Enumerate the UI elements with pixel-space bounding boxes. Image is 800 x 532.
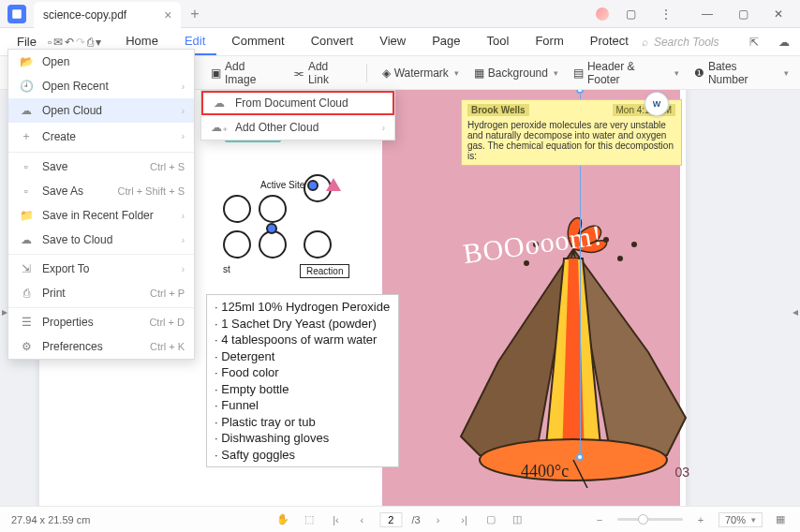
list-item: 4 tablespoons of warm water	[215, 332, 391, 348]
list-item: 1 Sachet Dry Yeast (powder)	[215, 316, 391, 332]
fit-width-icon[interactable]: ◫	[509, 511, 526, 528]
search-tools-input[interactable]: ⌕ Search Tools	[642, 36, 735, 49]
page-number-label: 03	[674, 465, 689, 480]
chevron-down-icon: ▾	[554, 68, 558, 78]
export-icon: ⇲	[18, 262, 35, 275]
reaction-label: Reaction	[300, 264, 349, 278]
selection-handle-bottom[interactable]	[576, 453, 584, 461]
account-avatar-icon[interactable]	[596, 7, 609, 21]
hand-tool-icon[interactable]: ✋	[274, 511, 291, 528]
menu-save-as[interactable]: ▫Save AsCtrl + Shift + S	[8, 179, 194, 203]
comment-author: Brook Wells	[467, 104, 529, 116]
zoom-value-dropdown[interactable]: 70%▾	[719, 512, 763, 527]
gear-icon: ⚙	[18, 340, 35, 353]
tab-protect[interactable]: Protect	[579, 28, 640, 55]
tab-title: science-copy.pdf	[43, 8, 126, 22]
image-icon: ▣	[211, 66, 221, 80]
folder-icon: 📁	[18, 209, 35, 222]
close-tab-icon[interactable]: ×	[164, 7, 171, 22]
menu-save-recent-folder[interactable]: 📁Save in Recent Folder›	[8, 203, 194, 228]
share-icon[interactable]: ⇱	[743, 31, 765, 53]
zoom-slider-thumb[interactable]	[638, 514, 648, 525]
last-page-button[interactable]: ›|	[456, 511, 473, 528]
header-footer-icon: ▤	[573, 66, 584, 80]
tab-convert[interactable]: Convert	[300, 28, 365, 55]
tab-form[interactable]: Form	[524, 28, 574, 55]
list-item: Empty bottle	[215, 381, 391, 398]
page-number-input[interactable]	[379, 512, 402, 527]
file-menu-dropdown: 📂Open 🕘Open Recent› ☁Open Cloud› ＋Create…	[7, 49, 195, 360]
chevron-right-icon: ›	[182, 264, 185, 274]
temperature-label: 4400°c	[521, 462, 569, 481]
menu-preferences[interactable]: ⚙PreferencesCtrl + K	[8, 334, 194, 359]
bates-icon: ❶	[694, 66, 704, 80]
tab-page[interactable]: Page	[421, 28, 471, 55]
properties-icon: ☰	[18, 316, 35, 329]
submenu-from-document-cloud[interactable]: ☁From Document Cloud	[201, 91, 394, 115]
menu-print[interactable]: ⎙PrintCtrl + P	[8, 281, 194, 305]
document-tab[interactable]: science-copy.pdf ×	[34, 2, 181, 28]
menu-properties[interactable]: ☰PropertiesCtrl + D	[8, 310, 194, 334]
list-item: Funnel	[215, 397, 391, 414]
add-image-button[interactable]: ▣Add Image	[211, 60, 278, 86]
tab-comment[interactable]: Comment	[220, 28, 295, 55]
maximize-button[interactable]: ▢	[729, 0, 757, 28]
menu-open[interactable]: 📂Open	[8, 50, 194, 74]
tab-view[interactable]: View	[368, 28, 417, 55]
page-dimensions-label: 27.94 x 21.59 cm	[11, 514, 90, 525]
menu-save-to-cloud[interactable]: ☁Save to Cloud›	[8, 228, 194, 252]
volcano-illustration: BOOooom! 4400°c 03	[442, 193, 704, 493]
chevron-right-icon: ›	[182, 81, 185, 92]
plus-icon: ＋	[18, 128, 35, 144]
header-footer-button[interactable]: ▤Header & Footer▾	[573, 60, 679, 86]
list-item: Dishwashing gloves	[215, 430, 391, 447]
new-tab-button[interactable]: +	[190, 6, 199, 22]
chevron-right-icon: ›	[382, 123, 385, 133]
search-placeholder: Search Tools	[654, 36, 719, 49]
next-page-button[interactable]: ›	[430, 511, 447, 528]
submenu-add-other-cloud[interactable]: ☁₊Add Other Cloud›	[201, 115, 394, 140]
zoom-in-button[interactable]: +	[692, 511, 709, 528]
select-tool-icon[interactable]: ⬚	[301, 511, 318, 528]
word-export-badge[interactable]: W	[644, 92, 669, 116]
first-page-button[interactable]: |‹	[327, 511, 344, 528]
chevron-down-icon: ▾	[674, 68, 679, 78]
fit-page-icon[interactable]: ▢	[482, 511, 499, 528]
active-site-label: Active Site	[260, 180, 304, 190]
watermark-icon: ◈	[382, 66, 391, 80]
list-item: Plastic tray or tub	[215, 414, 391, 431]
tab-tool[interactable]: Tool	[476, 28, 521, 55]
menu-open-cloud[interactable]: ☁Open Cloud›	[8, 98, 194, 123]
notification-icon[interactable]: ▢	[616, 0, 644, 28]
add-link-button[interactable]: ⫘Add Link	[293, 60, 351, 86]
background-button[interactable]: ▦Background▾	[474, 66, 558, 80]
zoom-slider[interactable]	[617, 518, 683, 521]
cloud-icon[interactable]: ☁	[773, 31, 795, 53]
save-as-icon: ▫	[18, 185, 35, 198]
chevron-down-icon: ▾	[784, 68, 789, 78]
prev-page-button[interactable]: ‹	[353, 511, 370, 528]
bates-number-button[interactable]: ❶Bates Number▾	[694, 60, 789, 86]
svg-rect-0	[12, 9, 22, 19]
cloud-icon: ☁	[211, 96, 228, 110]
recent-icon: 🕘	[18, 80, 35, 93]
kebab-menu-icon[interactable]: ⋮	[652, 0, 680, 28]
menu-create[interactable]: ＋Create›	[8, 123, 194, 150]
page-total-label: /3	[411, 514, 420, 525]
list-item: Detergent	[215, 348, 391, 365]
chevron-down-icon: ▾	[751, 515, 756, 525]
menu-export-to[interactable]: ⇲Export To›	[8, 257, 194, 281]
zoom-out-button[interactable]: −	[591, 511, 608, 528]
minimize-button[interactable]: —	[693, 0, 721, 28]
chevron-right-icon: ›	[182, 211, 185, 221]
chevron-down-icon: ▾	[454, 68, 459, 78]
svg-point-4	[617, 256, 623, 261]
menu-open-recent[interactable]: 🕘Open Recent›	[8, 74, 194, 98]
menu-save[interactable]: ▫SaveCtrl + S	[8, 155, 194, 179]
close-window-button[interactable]: ✕	[764, 0, 793, 28]
save-icon: ▫	[18, 160, 35, 173]
app-logo-icon	[7, 5, 26, 23]
view-mode-icon[interactable]: ▦	[772, 511, 789, 528]
right-panel-handle[interactable]: ◂	[791, 298, 800, 326]
watermark-button[interactable]: ◈Watermark▾	[382, 66, 459, 80]
